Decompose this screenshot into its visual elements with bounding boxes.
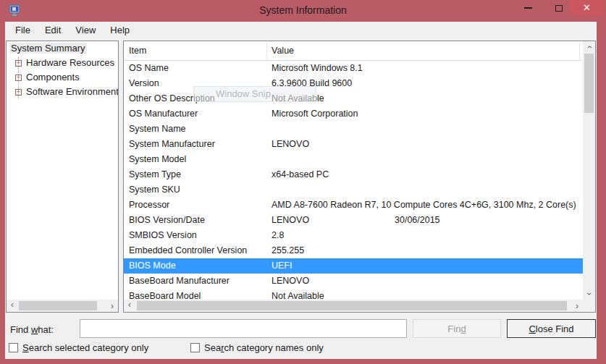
find-what-label: Find what:: [10, 324, 54, 335]
table-row[interactable]: OS NameMicrosoft Windows 8.1: [124, 61, 583, 76]
menu-item-help[interactable]: Help: [103, 22, 137, 39]
table-row[interactable]: SMBIOS Version2.8: [124, 228, 583, 243]
row-item-cell: Embedded Controller Version: [129, 245, 247, 255]
table-row[interactable]: BIOS ModeUEFI: [124, 258, 583, 274]
row-value-cell: LENOVO: [272, 276, 309, 286]
table-row[interactable]: Embedded Controller Version255.255: [124, 243, 583, 258]
search-selected-category-label: Search selected category only: [22, 342, 148, 353]
tree-item-label: Components: [26, 72, 80, 82]
column-header-value[interactable]: Value: [272, 46, 294, 56]
list-hscroll-thumb[interactable]: [137, 301, 567, 310]
window-body: FileEditViewHelp System Summary+Hardware…: [5, 22, 597, 359]
maximize-icon: [555, 5, 563, 12]
find-input[interactable]: [80, 319, 407, 338]
tree-item-software-environment[interactable]: +Software Environment: [7, 85, 118, 99]
row-value-cell: AMD A8-7600 Radeon R7, 10 Compute Cores …: [272, 200, 576, 210]
tree-item-system-summary[interactable]: System Summary: [7, 41, 118, 56]
chevron-left-icon[interactable]: ›: [125, 301, 135, 310]
list-header: Item Value: [124, 41, 582, 61]
menubar: FileEditViewHelp: [5, 22, 597, 39]
row-value-cell: UEFI: [272, 261, 292, 271]
row-item-cell: BIOS Version/Date: [129, 215, 205, 225]
table-row[interactable]: OS ManufacturerMicrosoft Corporation: [124, 106, 583, 122]
maximize-button[interactable]: [548, 0, 570, 16]
row-value-cell: x64-based PC: [272, 169, 329, 179]
row-item-cell: OS Manufacturer: [129, 109, 198, 119]
table-row[interactable]: System SKU: [124, 182, 583, 198]
table-row[interactable]: BaseBoard ModelNot Available: [124, 289, 583, 300]
find-button[interactable]: Find: [413, 319, 501, 338]
window-title: System Information: [0, 4, 606, 16]
row-value-cell: 255.255: [272, 245, 304, 255]
row-item-cell: BaseBoard Model: [129, 291, 201, 300]
row-value-cell: Not Available: [272, 93, 324, 103]
row-value-cell: LENOVO: [272, 215, 309, 225]
tree-hscrollbar[interactable]: › ›: [7, 300, 118, 312]
row-value2-cell: 30/06/2015: [395, 215, 440, 225]
table-row[interactable]: BaseBoard ManufacturerLENOVO: [124, 274, 583, 289]
chevron-right-icon[interactable]: ›: [107, 301, 117, 310]
row-item-cell: BaseBoard Manufacturer: [129, 276, 230, 286]
system-information-window: System Information ✕ FileEditViewHelp Sy…: [0, 0, 606, 364]
list-vscrollbar[interactable]: › ›: [583, 41, 595, 312]
tree-connector-line: [18, 57, 19, 99]
column-divider[interactable]: [579, 43, 580, 59]
chevron-up-icon[interactable]: ›: [584, 43, 594, 52]
menu-item-edit[interactable]: Edit: [38, 22, 68, 39]
tree-item-hardware-resources[interactable]: +Hardware Resources: [7, 56, 118, 70]
row-value-cell: 2.8: [272, 230, 284, 240]
tree-item-components[interactable]: +Components: [7, 70, 118, 85]
tree-item-label: Software Environment: [26, 86, 119, 97]
row-value-cell: Microsoft Windows 8.1: [272, 63, 363, 73]
row-item-cell: Other OS Description: [129, 93, 215, 103]
row-value-cell: Microsoft Corporation: [272, 109, 358, 119]
row-item-cell: SMBIOS Version: [129, 230, 197, 240]
chevron-right-icon[interactable]: ›: [572, 301, 582, 310]
row-item-cell: Version: [129, 78, 159, 88]
search-category-names-checkbox[interactable]: [190, 343, 200, 352]
tree-hscroll-thumb[interactable]: [19, 301, 97, 310]
row-item-cell: System Type: [129, 169, 181, 179]
table-row[interactable]: System Name: [124, 122, 583, 137]
search-category-names-label: Search category names only: [204, 342, 324, 353]
table-row[interactable]: System ManufacturerLENOVO: [124, 137, 583, 152]
chevron-left-icon[interactable]: ›: [7, 301, 17, 310]
table-row[interactable]: BIOS Version/DateLENOVO30/06/2015: [124, 213, 583, 228]
category-tree-panel: System Summary+Hardware Resources+Compon…: [6, 41, 119, 313]
minimize-icon: [524, 7, 532, 9]
column-header-item[interactable]: Item: [129, 46, 146, 56]
list-hscrollbar[interactable]: › ›: [124, 300, 583, 312]
menu-item-view[interactable]: View: [68, 22, 103, 39]
titlebar: System Information ✕: [0, 0, 606, 22]
chevron-down-icon[interactable]: ›: [584, 289, 594, 299]
tree-items: System Summary+Hardware Resources+Compon…: [7, 41, 118, 99]
row-value-cell: LENOVO: [272, 139, 309, 149]
minimize-button[interactable]: [517, 0, 539, 16]
search-selected-category-checkbox-row: Search selected category only: [9, 342, 148, 353]
close-find-button[interactable]: Close Find: [507, 319, 596, 338]
close-button[interactable]: ✕: [570, 0, 604, 15]
row-item-cell: System Manufacturer: [129, 139, 215, 149]
row-item-cell: System SKU: [129, 185, 180, 195]
table-row[interactable]: System Model: [124, 152, 583, 167]
list-vscroll-thumb[interactable]: [584, 54, 594, 113]
row-item-cell: BIOS Mode: [129, 261, 176, 271]
row-item-cell: System Model: [129, 154, 186, 164]
search-selected-category-checkbox[interactable]: [9, 343, 18, 352]
row-value-cell: 6.3.9600 Build 9600: [272, 78, 352, 88]
column-divider[interactable]: [266, 43, 267, 59]
list-rows: OS NameMicrosoft Windows 8.1Version6.3.9…: [124, 61, 583, 300]
row-item-cell: OS Name: [129, 63, 169, 73]
menu-item-file[interactable]: File: [8, 22, 38, 39]
details-list-panel: Item Value OS NameMicrosoft Windows 8.1V…: [123, 41, 596, 313]
search-category-names-checkbox-row: Search category names only: [190, 342, 324, 353]
table-row[interactable]: Version6.3.9600 Build 9600: [124, 76, 583, 91]
table-row[interactable]: Other OS DescriptionNot Available: [124, 91, 583, 106]
close-icon: ✕: [583, 2, 591, 13]
tree-item-label: System Summary: [9, 43, 87, 54]
row-item-cell: Processor: [129, 200, 169, 210]
row-item-cell: System Name: [129, 124, 186, 134]
table-row[interactable]: System Typex64-based PC: [124, 167, 583, 182]
table-row[interactable]: ProcessorAMD A8-7600 Radeon R7, 10 Compu…: [124, 198, 583, 213]
row-value-cell: Not Available: [272, 291, 324, 300]
